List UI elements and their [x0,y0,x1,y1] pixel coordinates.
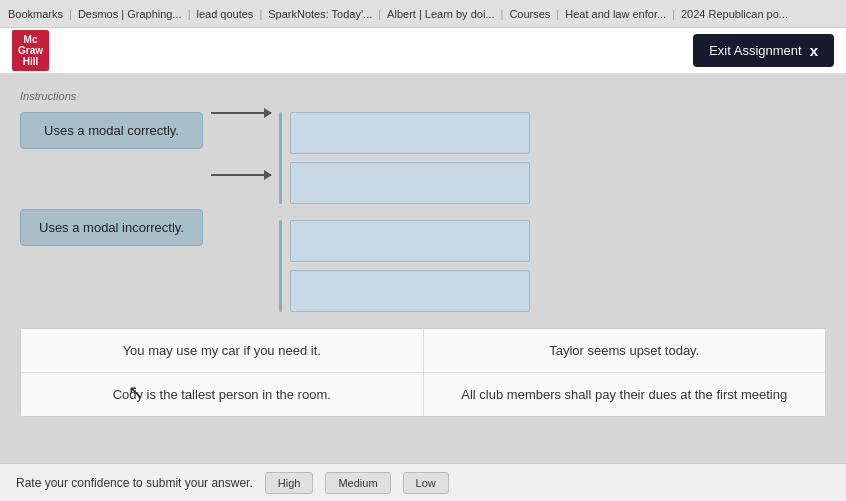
cursor: ↖ [128,381,143,403]
drop-zones-correct [290,112,530,204]
drag-items-area: You may use my car if you need it. Taylo… [20,328,826,417]
drop-zones-incorrect [290,220,530,312]
confidence-label: Rate your confidence to submit your answ… [16,476,253,490]
exit-assignment-label: Exit Assignment [709,43,802,58]
tab-republican[interactable]: 2024 Republican po... [681,8,788,20]
browser-tab-bar: Bookmarks | Desmos | Graphing... | lead … [0,0,846,28]
sort-labels: Uses a modal correctly. Uses a modal inc… [20,112,203,246]
drop-box-incorrect-1[interactable] [290,220,530,262]
confidence-high-button[interactable]: High [265,472,314,494]
mcgraw-hill-logo: Mc Graw Hill [12,30,49,71]
tab-courses[interactable]: Courses [509,8,550,20]
sort-label-incorrect[interactable]: Uses a modal incorrectly. [20,209,203,246]
tab-desmos[interactable]: Desmos | Graphing... [78,8,182,20]
arrow-incorrect [211,174,271,176]
drag-item-4[interactable]: All club members shall pay their dues at… [424,373,826,416]
drop-box-incorrect-2[interactable] [290,270,530,312]
tab-heat[interactable]: Heat and law enfor... [565,8,666,20]
tab-sparknotes[interactable]: SparkNotes: Today'... [268,8,372,20]
footer-bar: Rate your confidence to submit your answ… [0,463,846,501]
drag-item-1[interactable]: You may use my car if you need it. [21,329,424,372]
tab-albert[interactable]: Albert | Learn by doi... [387,8,494,20]
confidence-medium-button[interactable]: Medium [325,472,390,494]
sort-area: Uses a modal correctly. Uses a modal inc… [20,112,826,312]
drag-item-3[interactable]: Cody is the tallest person in the room. [21,373,424,416]
drag-row-1: You may use my car if you need it. Taylo… [21,329,825,373]
tab-bookmarks[interactable]: Bookmarks [8,8,63,20]
sort-label-correct[interactable]: Uses a modal correctly. [20,112,203,149]
exit-icon: x [810,42,818,59]
drag-item-2[interactable]: Taylor seems upset today. [424,329,826,372]
exit-assignment-button[interactable]: Exit Assignment x [693,34,834,67]
arrow-correct [211,112,271,114]
app-header: Mc Graw Hill Exit Assignment x [0,28,846,74]
confidence-low-button[interactable]: Low [403,472,449,494]
main-content: Instructions Uses a modal correctly. Use… [0,74,846,463]
arrows [211,112,271,176]
instructions-label: Instructions [20,90,826,102]
drop-box-correct-1[interactable] [290,112,530,154]
drop-box-correct-2[interactable] [290,162,530,204]
tab-lead-qoutes[interactable]: lead qoutes [196,8,253,20]
